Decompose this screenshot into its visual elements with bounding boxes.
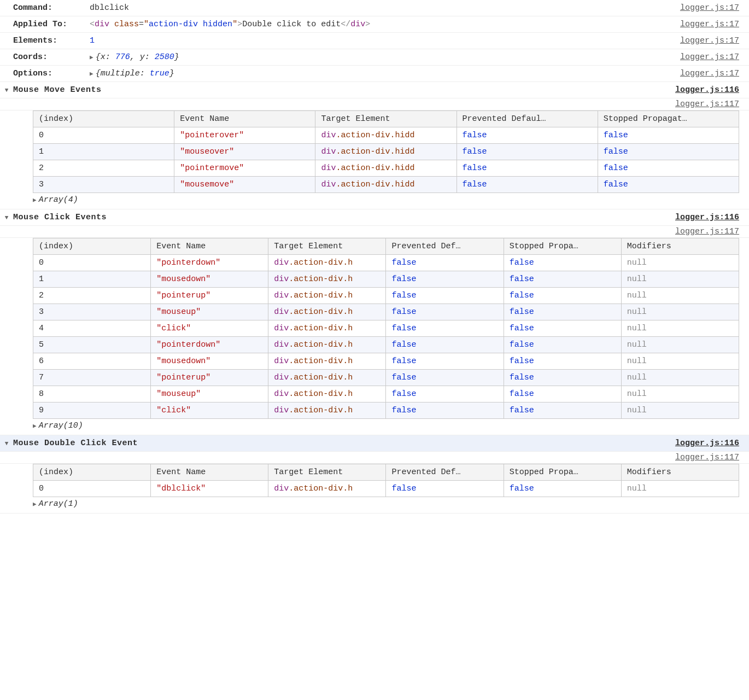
source-link[interactable]: logger.js:17 bbox=[680, 20, 749, 29]
cell-stopped: false bbox=[504, 255, 621, 271]
table-source-row: logger.js:117 bbox=[0, 226, 749, 238]
cell-stopped: false bbox=[598, 160, 739, 177]
table-header[interactable]: Stopped Propagat… bbox=[598, 111, 739, 127]
table-row: 0"pointerdown"div.action-div.hfalsefalse… bbox=[33, 255, 739, 271]
source-link[interactable]: logger.js:116 bbox=[675, 85, 749, 95]
group-header[interactable]: ▼Mouse Double Click Eventlogger.js:116 bbox=[0, 435, 749, 452]
table-header[interactable]: Event Name bbox=[174, 111, 315, 127]
cell-prevented: false bbox=[386, 481, 504, 497]
table-header[interactable]: Event Name bbox=[151, 238, 268, 255]
cell-target: div.action-div.h bbox=[268, 255, 386, 271]
source-link[interactable]: logger.js:17 bbox=[680, 3, 749, 13]
cell-target: div.action-div.hidd bbox=[315, 127, 457, 144]
table-header[interactable]: Target Element bbox=[315, 111, 457, 127]
source-link[interactable]: logger.js:117 bbox=[675, 227, 739, 236]
cell-target: div.action-div.h bbox=[268, 386, 386, 402]
table-header[interactable]: Stopped Propa… bbox=[504, 464, 621, 481]
cell-index: 6 bbox=[33, 353, 151, 370]
cell-stopped: false bbox=[504, 320, 621, 337]
cell-index: 3 bbox=[33, 304, 151, 320]
source-link[interactable]: logger.js:17 bbox=[680, 52, 749, 62]
kv-value: ▶{multiple: true} bbox=[90, 69, 680, 78]
cell-modifiers: null bbox=[621, 353, 739, 370]
cell-modifiers: null bbox=[621, 304, 739, 320]
expand-icon[interactable]: ▶ bbox=[33, 196, 37, 203]
source-link[interactable]: logger.js:17 bbox=[680, 69, 749, 78]
cell-target: div.action-div.h bbox=[268, 370, 386, 386]
cell-index: 1 bbox=[33, 144, 174, 160]
array-summary[interactable]: ▶Array(4) bbox=[0, 193, 749, 209]
cell-modifiers: null bbox=[621, 255, 739, 271]
event-table-wrap: (index)Event NameTarget ElementPrevented… bbox=[0, 464, 749, 497]
cell-stopped: false bbox=[598, 127, 739, 144]
cell-modifiers: null bbox=[621, 320, 739, 337]
cell-event: "mousemove" bbox=[174, 177, 315, 193]
kv-row: Coords:▶{x: 776, y: 2580}logger.js:17 bbox=[0, 49, 749, 66]
group-header[interactable]: ▼Mouse Click Eventslogger.js:116 bbox=[0, 209, 749, 226]
table-header[interactable]: Target Element bbox=[268, 464, 386, 481]
cell-stopped: false bbox=[504, 370, 621, 386]
event-table: (index)Event NameTarget ElementPrevented… bbox=[33, 110, 739, 193]
table-header[interactable]: Event Name bbox=[151, 464, 268, 481]
table-header[interactable]: (index) bbox=[33, 111, 174, 127]
cell-modifiers: null bbox=[621, 337, 739, 353]
cell-event: "mousedown" bbox=[151, 271, 268, 288]
expand-icon[interactable]: ▶ bbox=[33, 500, 37, 508]
group-header[interactable]: ▼Mouse Move Eventslogger.js:116 bbox=[0, 82, 749, 98]
event-table: (index)Event NameTarget ElementPrevented… bbox=[33, 464, 739, 497]
table-header[interactable]: Modifiers bbox=[621, 464, 739, 481]
cell-event: "mouseup" bbox=[151, 386, 268, 402]
array-summary[interactable]: ▶Array(10) bbox=[0, 419, 749, 435]
source-link[interactable]: logger.js:116 bbox=[675, 439, 749, 448]
table-row: 7"pointerup"div.action-div.hfalsefalsenu… bbox=[33, 370, 739, 386]
cell-index: 2 bbox=[33, 288, 151, 304]
cell-stopped: false bbox=[504, 386, 621, 402]
kv-row: Applied To:<div class="action-div hidden… bbox=[0, 16, 749, 33]
collapse-icon[interactable]: ▼ bbox=[0, 440, 13, 447]
cell-prevented: false bbox=[457, 160, 598, 177]
expand-icon[interactable]: ▶ bbox=[90, 70, 93, 77]
cell-prevented: false bbox=[386, 386, 504, 402]
table-header[interactable]: Prevented Def… bbox=[386, 238, 504, 255]
event-table: (index)Event NameTarget ElementPrevented… bbox=[33, 238, 739, 419]
table-header[interactable]: Prevented Def… bbox=[386, 464, 504, 481]
cell-target: div.action-div.h bbox=[268, 288, 386, 304]
collapse-icon[interactable]: ▼ bbox=[0, 214, 13, 221]
cell-prevented: false bbox=[386, 304, 504, 320]
collapse-icon[interactable]: ▼ bbox=[0, 87, 13, 94]
cell-index: 8 bbox=[33, 386, 151, 402]
expand-icon[interactable]: ▶ bbox=[33, 422, 37, 429]
source-link[interactable]: logger.js:117 bbox=[675, 453, 739, 462]
kv-label: Elements: bbox=[13, 36, 90, 45]
cell-modifiers: null bbox=[621, 402, 739, 419]
group-title: Mouse Click Events bbox=[13, 213, 675, 222]
expand-icon[interactable]: ▶ bbox=[90, 54, 93, 61]
cell-index: 0 bbox=[33, 127, 174, 144]
table-header[interactable]: (index) bbox=[33, 464, 151, 481]
table-row: 4"click"div.action-div.hfalsefalsenull bbox=[33, 320, 739, 337]
source-link[interactable]: logger.js:117 bbox=[675, 100, 739, 109]
cell-modifiers: null bbox=[621, 386, 739, 402]
array-summary[interactable]: ▶Array(1) bbox=[0, 497, 749, 514]
table-header[interactable]: Prevented Defaul… bbox=[457, 111, 598, 127]
table-header[interactable]: Stopped Propa… bbox=[504, 238, 621, 255]
table-header[interactable]: Target Element bbox=[268, 238, 386, 255]
table-row: 2"pointermove"div.action-div.hiddfalsefa… bbox=[33, 160, 739, 177]
cell-index: 4 bbox=[33, 320, 151, 337]
cell-event: "mouseup" bbox=[151, 304, 268, 320]
cell-stopped: false bbox=[504, 337, 621, 353]
cell-stopped: false bbox=[504, 304, 621, 320]
cell-target: div.action-div.h bbox=[268, 481, 386, 497]
source-link[interactable]: logger.js:116 bbox=[675, 213, 749, 222]
table-row: 8"mouseup"div.action-div.hfalsefalsenull bbox=[33, 386, 739, 402]
table-header[interactable]: Modifiers bbox=[621, 238, 739, 255]
cell-stopped: false bbox=[598, 144, 739, 160]
source-link[interactable]: logger.js:17 bbox=[680, 36, 749, 45]
kv-row: Elements:1logger.js:17 bbox=[0, 33, 749, 49]
cell-target: div.action-div.h bbox=[268, 337, 386, 353]
cell-index: 2 bbox=[33, 160, 174, 177]
cell-index: 0 bbox=[33, 481, 151, 497]
cell-target: div.action-div.h bbox=[268, 320, 386, 337]
table-header[interactable]: (index) bbox=[33, 238, 151, 255]
table-row: 1"mouseover"div.action-div.hiddfalsefals… bbox=[33, 144, 739, 160]
